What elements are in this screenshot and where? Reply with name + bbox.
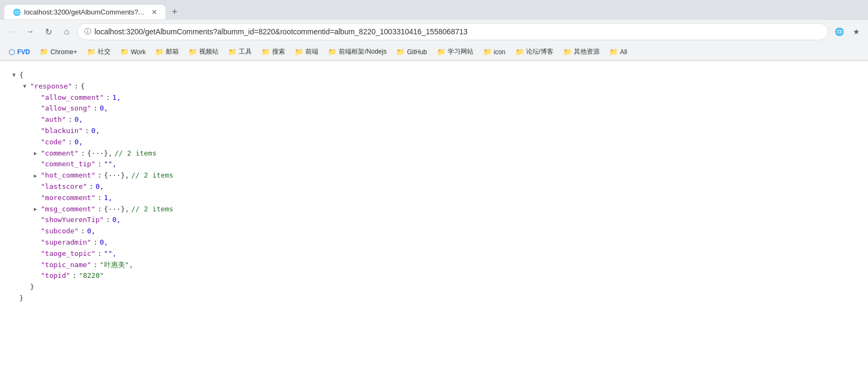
json-colon: : — [98, 204, 102, 215]
json-line: "taoge_topic": "", — [11, 248, 857, 260]
bookmark-item-work[interactable]: 📁Work — [116, 46, 150, 57]
json-colon: : — [81, 226, 85, 237]
json-value: 1, — [104, 193, 113, 204]
json-content: ▼{▼"response": {"allow_comment": 1,"allo… — [0, 61, 868, 313]
json-value: "8220" — [79, 270, 104, 282]
security-icon: ⓘ — [84, 27, 91, 36]
bookmark-label: icon — [494, 48, 506, 56]
json-value: "", — [104, 248, 116, 260]
json-comment: // 2 items — [114, 148, 156, 159]
json-colon: : — [98, 248, 102, 260]
bookmark-item-frontend[interactable]: 📁前端 — [290, 46, 323, 58]
json-line: ▼"response": { — [11, 81, 857, 92]
tab-bar: 🌐 localhost:3200/getAlbumComments?... ✕ … — [0, 0, 868, 20]
bookmark-folder-icon: 📁 — [261, 48, 270, 56]
json-value: 0, — [100, 237, 108, 248]
bookmark-star-button[interactable]: ★ — [849, 24, 864, 39]
bookmark-item-all[interactable]: 📁All — [605, 46, 631, 57]
json-colon: : — [98, 159, 102, 170]
json-line: "code": 0, — [11, 137, 857, 148]
bookmarks-bar: ⬡FVD📁Chrome+📁社交📁Work📁邮箱📁视频站📁工具📁搜索📁前端📁前端框… — [0, 43, 868, 61]
json-line: "topic_name": "叶惠美", — [11, 260, 857, 271]
json-line: ▶"hot_comment": {···}, // 2 items — [11, 170, 857, 181]
back-button[interactable]: ← — [4, 24, 19, 39]
bookmark-item-icon[interactable]: 📁icon — [479, 46, 510, 57]
json-line: "allow_comment": 1, — [11, 92, 857, 104]
bookmark-folder-icon: 📁 — [188, 48, 197, 56]
url-input[interactable] — [94, 27, 821, 36]
json-colon: : — [98, 170, 102, 181]
bookmark-folder-icon: 📁 — [87, 48, 96, 56]
json-value: 0, — [96, 181, 104, 193]
bookmark-folder-icon: 📁 — [120, 48, 129, 56]
nav-bar: ← → ↻ ⌂ ⓘ 🌐 ★ — [0, 20, 868, 43]
bookmark-item-fvd[interactable]: ⬡FVD — [4, 46, 34, 58]
json-brace: } — [19, 293, 24, 304]
expand-toggle[interactable]: ▶ — [32, 206, 39, 212]
json-line: "morecomment": 1, — [11, 193, 857, 204]
json-key: "superadmin" — [41, 237, 91, 248]
collapse-toggle[interactable]: ▼ — [21, 83, 28, 90]
bookmark-label: 论坛/博客 — [526, 47, 553, 56]
json-colon: : — [93, 260, 98, 271]
bookmark-item-other[interactable]: 📁其他资源 — [559, 46, 604, 58]
collapse-toggle[interactable]: ▼ — [11, 72, 17, 78]
json-colon: : — [106, 92, 110, 104]
new-tab-button[interactable]: + — [167, 4, 182, 20]
json-line: ▶"comment": {···}, // 2 items — [11, 148, 857, 159]
bookmark-label: FVD — [17, 48, 30, 56]
bookmark-item-video[interactable]: 📁视频站 — [184, 46, 223, 58]
expand-toggle[interactable]: ▶ — [32, 150, 39, 157]
json-key: "msg_comment" — [41, 204, 96, 215]
bookmark-folder-icon: 📁 — [515, 48, 524, 56]
bookmark-label: 学习网站 — [448, 47, 473, 56]
json-key: "code" — [41, 137, 66, 148]
json-value: "", — [104, 159, 116, 170]
json-line: "superadmin": 0, — [11, 237, 857, 248]
bookmark-item-tools[interactable]: 📁工具 — [224, 46, 256, 58]
bookmark-folder-icon: 📁 — [328, 48, 337, 56]
bookmark-item-social[interactable]: 📁社交 — [83, 46, 115, 58]
bookmark-label: 社交 — [98, 47, 111, 56]
bookmark-item-learning[interactable]: 📁学习网站 — [433, 46, 478, 58]
json-value: 0, — [75, 137, 83, 148]
bookmark-label: Work — [131, 48, 146, 56]
bookmark-label: 其他资源 — [574, 47, 600, 56]
bookmark-item-email[interactable]: 📁邮箱 — [151, 46, 183, 58]
json-value: 0, — [75, 114, 83, 126]
json-open-brace: { — [81, 81, 85, 92]
json-value: 0, — [87, 226, 96, 237]
json-key: "morecomment" — [41, 193, 96, 204]
json-colon: : — [85, 126, 89, 137]
json-line: "lastscore": 0, — [11, 181, 857, 193]
expand-toggle[interactable]: ▶ — [32, 173, 39, 179]
bookmark-folder-icon: 📁 — [228, 48, 237, 56]
json-key: "topid" — [41, 270, 70, 282]
json-key: "topic_name" — [41, 260, 91, 271]
json-value: "叶惠美", — [100, 260, 133, 271]
json-key: "comment" — [41, 148, 78, 159]
translate-button[interactable]: 🌐 — [831, 24, 847, 39]
nav-extras: 🌐 ★ — [831, 24, 864, 39]
bookmark-item-nodejs[interactable]: 📁前端框架/Nodejs — [324, 46, 391, 58]
active-tab[interactable]: 🌐 localhost:3200/getAlbumComments?... ✕ — [4, 5, 165, 19]
bookmark-label: 邮箱 — [166, 47, 179, 56]
json-colon: : — [93, 103, 98, 114]
bookmark-folder-icon: 📁 — [396, 48, 405, 56]
bookmark-item-forum[interactable]: 📁论坛/博客 — [511, 46, 558, 58]
bookmark-item-github[interactable]: 📁GitHub — [392, 46, 431, 57]
bookmark-folder-icon: 📁 — [483, 48, 492, 56]
reload-button[interactable]: ↻ — [41, 24, 56, 39]
bookmark-label: 工具 — [239, 47, 252, 56]
forward-button[interactable]: → — [23, 24, 38, 39]
json-line: ▼{ — [11, 70, 857, 81]
tab-close-icon[interactable]: ✕ — [151, 8, 157, 16]
bookmark-folder-icon: ⬡ — [9, 48, 15, 56]
json-line: } — [11, 293, 857, 304]
bookmark-item-search[interactable]: 📁搜索 — [257, 46, 289, 58]
bookmark-label: 视频站 — [199, 47, 218, 56]
home-button[interactable]: ⌂ — [59, 24, 74, 39]
json-key: "allow_comment" — [41, 92, 104, 104]
json-colon: : — [68, 114, 72, 126]
bookmark-item-chrome-plus[interactable]: 📁Chrome+ — [35, 46, 82, 57]
